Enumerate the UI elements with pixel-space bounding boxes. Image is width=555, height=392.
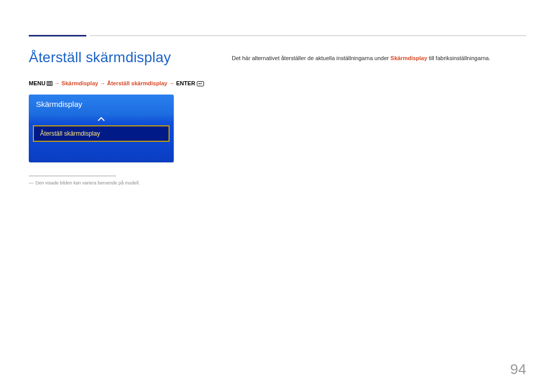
breadcrumb-enter-label: ENTER [176, 80, 195, 86]
breadcrumb-step-2: Återställ skärmdisplay [107, 80, 167, 86]
desc-post: till fabriksinställningarna. [427, 55, 490, 61]
breadcrumb-menu-label: MENU [29, 80, 45, 86]
enter-key-icon [197, 81, 204, 87]
osd-title: Skärmdisplay [29, 95, 174, 114]
svg-rect-0 [47, 82, 52, 86]
footnote: ―Den visade bilden kan variera beroende … [29, 180, 526, 185]
breadcrumb-step-1: Skärmdisplay [62, 80, 99, 86]
chevron-up-icon [98, 114, 105, 123]
arrow-icon: → [100, 80, 105, 86]
desc-pre: Det här alternativet återställer de aktu… [232, 55, 391, 61]
footnote-rule [29, 176, 116, 176]
menu-breadcrumb: MENU → Skärmdisplay → Återställ skärmdis… [29, 80, 526, 87]
arrow-icon: → [54, 80, 60, 86]
osd-panel: Skärmdisplay Återställ skärmdisplay [29, 95, 174, 162]
osd-item-label: Återställ skärmdisplay [40, 130, 100, 137]
footnote-text: Den visade bilden kan variera beroende p… [35, 180, 140, 185]
osd-scroll-up[interactable] [29, 114, 174, 123]
footnote-dash: ― [29, 180, 33, 185]
osd-bottom-pad [29, 145, 174, 162]
description-text: Det här alternativet återställer de aktu… [232, 54, 526, 62]
menu-grid-icon [47, 81, 52, 87]
desc-emphasis: Skärmdisplay [391, 55, 428, 61]
osd-list: Återställ skärmdisplay [29, 123, 174, 145]
osd-item-reset[interactable]: Återställ skärmdisplay [33, 125, 170, 142]
page-number: 94 [510, 361, 526, 378]
arrow-icon: → [169, 80, 175, 86]
